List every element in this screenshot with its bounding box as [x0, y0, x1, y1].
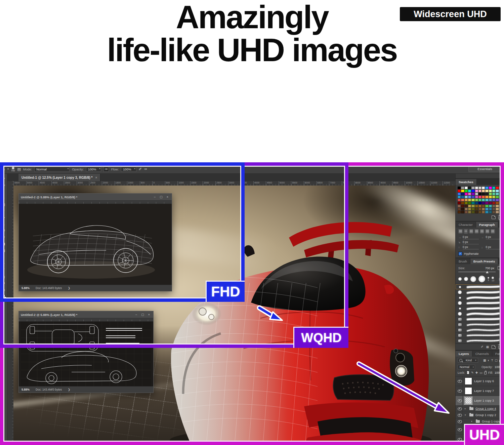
page: { "header": { "title_line1": "Amazingly"… [0, 0, 504, 445]
widescreen-uhd-badge: Widescreen UHD [400, 7, 501, 21]
fhd-badge: FHD [206, 281, 245, 302]
page-title-line2: life-like UHD images [0, 34, 504, 67]
uhd-badge: UHD [464, 424, 504, 445]
wqhd-badge: WQHD [293, 327, 348, 348]
